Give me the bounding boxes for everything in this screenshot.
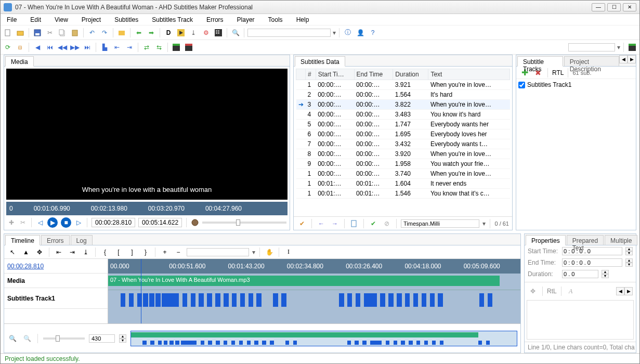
zoom-out-icon[interactable]: 🔍 bbox=[22, 333, 32, 344]
table-row[interactable]: ➔300:00:…00:00:…3.822When you're in love… bbox=[296, 100, 510, 110]
table-row[interactable]: 900:00:…00:00:…1.958You watch your frie… bbox=[296, 159, 510, 169]
player-icon[interactable] bbox=[176, 28, 186, 38]
table-row[interactable]: 400:00:…00:00:…3.483You know it's hard bbox=[296, 110, 510, 120]
track-checkbox[interactable] bbox=[518, 82, 525, 88]
menu-errors[interactable]: Errors bbox=[203, 15, 227, 24]
menu-project[interactable]: Project bbox=[79, 15, 104, 24]
info-icon[interactable]: ⓘ bbox=[343, 28, 353, 38]
subtitle-block[interactable] bbox=[143, 293, 148, 307]
prop-scroll-right-icon[interactable]: ▶ bbox=[624, 287, 633, 295]
media-tab[interactable]: Media bbox=[5, 56, 34, 67]
minimize-button[interactable]: — bbox=[592, 3, 605, 11]
subtitle-block[interactable] bbox=[372, 293, 377, 307]
help-icon[interactable]: ? bbox=[368, 28, 378, 38]
font-icon[interactable]: A bbox=[566, 286, 576, 296]
table-row[interactable]: 100:00:…00:00:…3.921When you're in love… bbox=[296, 80, 510, 90]
table-row[interactable]: 100:00:…00:00:…3.740When you're in love… bbox=[296, 169, 510, 179]
menu-tools[interactable]: Tools bbox=[265, 15, 286, 24]
clapper-icon[interactable] bbox=[171, 42, 181, 53]
stop-icon[interactable]: ⦻ bbox=[15, 42, 25, 53]
duration-input[interactable]: 0 . 0 bbox=[562, 270, 598, 278]
step-fwd-icon[interactable]: ▶▶ bbox=[70, 42, 80, 53]
subtitles-table-wrap[interactable]: #Start Ti…End TimeDurationText 100:00:…0… bbox=[296, 69, 510, 214]
minus-icon[interactable]: − bbox=[173, 247, 184, 257]
marker-icon[interactable]: ▙ bbox=[99, 42, 110, 53]
combo-dropdown-icon[interactable]: ▾ bbox=[617, 44, 620, 51]
move-prop-icon[interactable]: ✥ bbox=[528, 286, 538, 296]
end-time-input[interactable]: 0 : 0 : 0 . 0 bbox=[562, 258, 622, 267]
table-row[interactable]: 600:00:…00:00:…1.695Everybody loves her bbox=[296, 129, 510, 139]
zoom-spin-down[interactable]: ▼ bbox=[119, 339, 126, 343]
forward-icon[interactable]: ⏭ bbox=[82, 42, 93, 53]
timeline-combo[interactable] bbox=[187, 248, 249, 256]
timeline-current-link[interactable]: 00:00:28.810 bbox=[7, 263, 44, 270]
zoom-input[interactable] bbox=[89, 334, 115, 343]
subtitle-block[interactable] bbox=[380, 293, 385, 307]
plus-icon[interactable]: + bbox=[160, 247, 170, 257]
table-row[interactable]: 700:00:…00:00:…3.432Everybody wants t… bbox=[296, 139, 510, 149]
subtitle-block[interactable] bbox=[405, 293, 410, 307]
swap2-icon[interactable]: ⇆ bbox=[154, 42, 164, 53]
tab-subtitle-tracks[interactable]: Subtitle Tracks bbox=[517, 56, 563, 67]
volume-icon[interactable] bbox=[191, 218, 199, 227]
export-icon[interactable]: ➡ bbox=[146, 28, 156, 38]
dur-spin-down[interactable]: ▼ bbox=[602, 274, 609, 278]
timeline-canvas[interactable]: 00.00000:00:51.60000:01:43.20000:02:34.8… bbox=[108, 259, 520, 323]
apply-icon[interactable]: ✔ bbox=[368, 218, 378, 229]
stop-button[interactable]: ■ bbox=[61, 217, 71, 228]
hand-tool-icon[interactable]: ✋ bbox=[264, 247, 275, 257]
subtitle-block[interactable] bbox=[249, 293, 254, 307]
subtitle-block[interactable] bbox=[191, 293, 196, 307]
subtitle-block[interactable] bbox=[397, 293, 402, 307]
d-icon[interactable]: D bbox=[163, 28, 174, 38]
end-spin-up[interactable]: ▲ bbox=[625, 258, 633, 263]
subtitle-block[interactable] bbox=[240, 293, 245, 307]
tab-project-description[interactable]: Project Description bbox=[564, 56, 619, 67]
column-header[interactable]: Start Ti… bbox=[316, 69, 354, 80]
subtitle-block[interactable] bbox=[224, 293, 229, 307]
subtitle-block[interactable] bbox=[232, 293, 237, 307]
subtitle-block[interactable] bbox=[182, 293, 188, 307]
open-icon[interactable] bbox=[15, 28, 25, 38]
playhead[interactable] bbox=[141, 259, 141, 323]
media-ruler[interactable]: 000:01:06.99000:02:13.98000:03:20.97000:… bbox=[6, 202, 288, 215]
subtitle-block[interactable] bbox=[149, 293, 154, 307]
subtitle-block[interactable] bbox=[488, 293, 493, 307]
search-icon[interactable]: 🔍 bbox=[230, 28, 241, 38]
menu-subtitles-track[interactable]: Subtitles Track bbox=[149, 15, 196, 24]
column-header[interactable]: # bbox=[306, 69, 316, 80]
subtitle-block[interactable] bbox=[430, 293, 435, 307]
subtitle-block[interactable] bbox=[479, 293, 485, 307]
maximize-button[interactable]: ☐ bbox=[607, 3, 621, 11]
menu-player[interactable]: Player bbox=[234, 15, 258, 24]
clapper3-icon[interactable] bbox=[627, 42, 637, 53]
subtitle-block[interactable] bbox=[281, 293, 286, 307]
prop-scroll-left-icon[interactable]: ◀ bbox=[616, 287, 624, 295]
shift-right-icon[interactable]: ⇥ bbox=[124, 42, 135, 53]
download-icon[interactable]: ⤓ bbox=[188, 28, 199, 38]
subtitle-block[interactable] bbox=[273, 293, 278, 307]
menu-subtitles[interactable]: Subtitles bbox=[111, 15, 141, 24]
move-tool-icon[interactable]: ✥ bbox=[34, 247, 45, 257]
timeline-combo-dropdown-icon[interactable]: ▾ bbox=[252, 249, 255, 256]
menu-edit[interactable]: Edit bbox=[27, 15, 44, 24]
play-button[interactable]: ▶ bbox=[47, 217, 58, 228]
shift-left-icon[interactable]: ⇤ bbox=[112, 42, 122, 53]
step-back-icon[interactable]: ◀◀ bbox=[57, 42, 68, 53]
gear-icon[interactable]: ⚙ bbox=[201, 28, 211, 38]
bracket-l-icon[interactable]: [ bbox=[113, 247, 124, 257]
search-input[interactable] bbox=[247, 29, 331, 37]
end-spin-down[interactable]: ▼ bbox=[625, 263, 633, 267]
skip-back-icon[interactable]: ◀ bbox=[32, 42, 43, 53]
bracket-close-icon[interactable]: } bbox=[140, 247, 151, 257]
subtitle-block[interactable] bbox=[356, 293, 361, 307]
prop-rtl-toggle[interactable]: RtL bbox=[547, 288, 557, 295]
prev-sub-icon[interactable]: ← bbox=[316, 218, 326, 229]
subtitle-block[interactable] bbox=[347, 293, 352, 307]
save-icon[interactable] bbox=[32, 28, 43, 38]
tab-properties[interactable]: Properties bbox=[526, 235, 566, 245]
snap-down-icon[interactable]: ⤓ bbox=[81, 247, 91, 257]
prev-frame-icon[interactable]: ◁ bbox=[36, 218, 44, 227]
volume-slider[interactable] bbox=[202, 222, 286, 224]
new-icon[interactable] bbox=[3, 28, 13, 38]
